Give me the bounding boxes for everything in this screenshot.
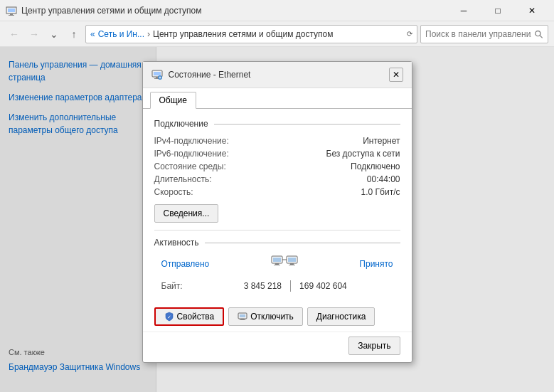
svg-rect-11 (154, 72, 161, 75)
ipv6-label: IPv6-подключение: (154, 149, 229, 159)
svg-line-5 (540, 35, 543, 38)
disconnect-button[interactable]: Отключить (228, 307, 303, 326)
dialog-title: Состояние - Ethernet (151, 69, 251, 80)
media-row: Состояние среды: Подключено (154, 160, 400, 173)
refresh-button[interactable]: ⟳ (407, 30, 412, 38)
down-arrow-button[interactable]: ⌄ (46, 26, 63, 43)
address-bar: ← → ⌄ ↑ « Сеть и Ин... › Центр управлени… (0, 21, 554, 47)
svg-rect-30 (240, 319, 245, 320)
shield-icon: ✓ (164, 312, 174, 322)
media-label: Состояние среды: (154, 161, 226, 171)
svg-rect-1 (8, 9, 15, 12)
svg-rect-2 (10, 14, 13, 15)
network-computer-icon (270, 253, 299, 275)
breadcrumb-separator: › (147, 29, 150, 39)
close-button[interactable]: Закрыть (348, 337, 400, 355)
properties-button[interactable]: ✓ Свойства (154, 307, 225, 326)
title-bar-left: Центр управления сетями и общим доступом (6, 5, 202, 16)
svg-rect-19 (275, 263, 279, 265)
divider (154, 230, 400, 231)
svg-rect-23 (288, 258, 296, 262)
dialog-close-button[interactable]: ✕ (389, 68, 403, 82)
forward-button[interactable]: → (26, 26, 43, 43)
bytes-row: Байт: 3 845 218 169 402 604 (154, 280, 400, 292)
main-content: Панель управления — домашняя страница Из… (0, 47, 554, 392)
title-bar-controls: ─ □ ✕ (447, 0, 548, 21)
up-button[interactable]: ↑ (65, 26, 82, 43)
dialog-title-text: Состояние - Ethernet (169, 70, 251, 80)
svg-text:✓: ✓ (167, 314, 171, 319)
ethernet-status-dialog: Состояние - Ethernet ✕ Общие Подключение… (142, 61, 412, 363)
activity-area: Отправлено (154, 253, 400, 292)
ipv4-value: Интернет (363, 136, 400, 146)
bytes-label: Байт: (161, 281, 183, 291)
dialog-tabs: Общие (143, 88, 412, 109)
details-button[interactable]: Сведения... (154, 204, 219, 223)
details-btn-wrapper: Сведения... (154, 204, 400, 223)
dialog-actions: ✓ Свойства Отключить Диагностика (143, 302, 412, 332)
close-window-button[interactable]: ✕ (516, 0, 548, 21)
sent-label: Отправлено (161, 259, 210, 269)
search-input[interactable] (425, 29, 531, 39)
bytes-divider (290, 280, 291, 292)
svg-rect-20 (274, 265, 280, 265)
bytes-sent: 3 845 218 (188, 281, 282, 291)
breadcrumb-prefix: « (90, 29, 95, 39)
search-box (420, 25, 548, 43)
dialog-title-bar: Состояние - Ethernet ✕ (143, 62, 412, 88)
tab-general[interactable]: Общие (150, 92, 196, 109)
property-grid: IPv4-подключение: Интернет IPv6-подключе… (154, 134, 400, 198)
breadcrumb-current: Центр управления сетями и общим доступом (153, 29, 334, 39)
breadcrumb: « Сеть и Ин... › Центр управления сетями… (85, 25, 417, 43)
svg-rect-18 (273, 258, 281, 262)
section-connection-title: Подключение (154, 119, 400, 129)
search-icon (534, 29, 543, 39)
duration-value: 00:44:00 (367, 174, 400, 184)
window-title: Центр управления сетями и общим доступом (21, 6, 202, 16)
breadcrumb-home[interactable]: Сеть и Ин... (98, 29, 144, 39)
app-icon (6, 5, 17, 16)
bytes-recv: 169 402 604 (299, 281, 393, 291)
maximize-button[interactable]: □ (481, 0, 514, 21)
ipv6-value: Без доступа к сети (326, 149, 400, 159)
ipv4-row: IPv4-подключение: Интернет (154, 134, 400, 147)
monitor-icon (238, 312, 247, 322)
duration-label: Длительность: (154, 174, 212, 184)
svg-rect-28 (240, 314, 245, 317)
back-button[interactable]: ← (6, 26, 23, 43)
ipv6-row: IPv6-подключение: Без доступа к сети (154, 147, 400, 160)
title-bar: Центр управления сетями и общим доступом… (0, 0, 554, 21)
svg-rect-25 (289, 265, 295, 265)
speed-row: Скорость: 1.0 Гбит/с (154, 186, 400, 198)
svg-rect-29 (241, 319, 244, 319)
dialog-footer: Закрыть (143, 332, 412, 362)
dialog-network-icon (151, 69, 163, 80)
svg-rect-24 (290, 263, 294, 265)
ipv4-label: IPv4-подключение: (154, 136, 229, 146)
dialog-overlay: Состояние - Ethernet ✕ Общие Подключение… (0, 47, 554, 392)
duration-row: Длительность: 00:44:00 (154, 173, 400, 186)
svg-point-4 (536, 31, 540, 36)
recv-label: Принято (359, 259, 393, 269)
speed-label: Скорость: (154, 187, 193, 197)
diagnose-button[interactable]: Диагностика (307, 307, 375, 326)
media-value: Подключено (351, 161, 400, 171)
activity-header: Отправлено (154, 253, 400, 275)
minimize-button[interactable]: ─ (447, 0, 480, 21)
speed-value: 1.0 Гбит/с (361, 187, 400, 197)
svg-rect-3 (9, 15, 14, 16)
dialog-body: Подключение IPv4-подключение: Интернет I… (143, 109, 412, 302)
section-activity-title: Активность (154, 238, 400, 248)
